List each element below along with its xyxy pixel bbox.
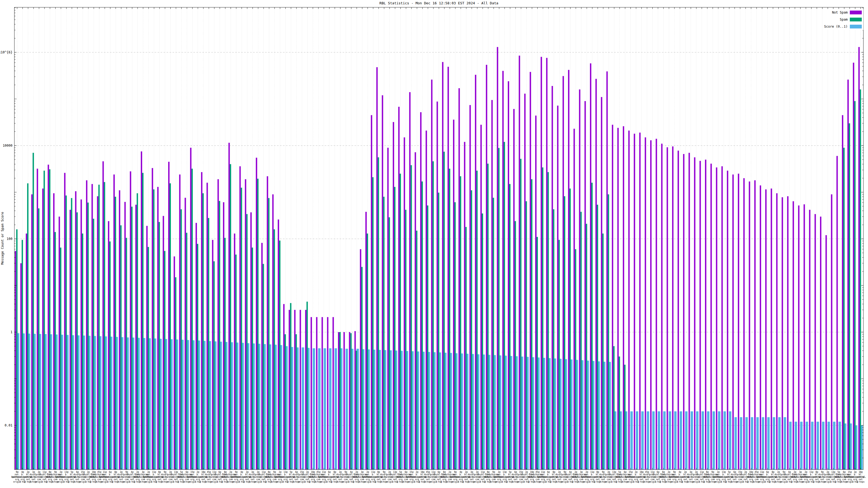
bar-spam [148, 247, 149, 469]
bar-score [691, 411, 693, 469]
x-tick-label: org [503, 478, 507, 481]
x-tick-label: net [464, 478, 468, 481]
bar-not-spam [130, 171, 131, 469]
x-tick-label: org [180, 478, 184, 481]
x-tick-label: 6@ [734, 471, 736, 474]
bar-spam [356, 351, 357, 469]
x-tick-label: zen. [190, 474, 195, 476]
bar-not-spam [705, 160, 706, 469]
x-tick-label: 2@ [668, 471, 670, 474]
x-tick-label: net [815, 478, 819, 481]
bar-spam [169, 183, 171, 469]
x-tick-label: b. [547, 474, 550, 476]
x-tick-label: org [705, 478, 709, 481]
bar-spam [27, 183, 29, 469]
bar-score [734, 417, 737, 469]
bar-spam [624, 365, 625, 469]
x-tick-label: 13@ [65, 471, 69, 474]
x-tick-label: 45@ [207, 471, 211, 474]
bar-spam [93, 219, 94, 469]
x-tick-label: org [65, 478, 69, 481]
x-tick-label: com [826, 478, 830, 481]
x-tick-label: 11@ [262, 471, 266, 474]
x-tick-label: zen. [102, 474, 107, 476]
bar-spam [487, 164, 489, 469]
x-tick-label: com [404, 478, 408, 481]
bar-not-spam [81, 199, 82, 469]
x-tick-label: 2@ [147, 471, 150, 474]
x-tick-label: 2@ [415, 471, 418, 474]
x-tick-label: net [382, 478, 386, 481]
x-tick-label: net [70, 478, 74, 481]
bar-not-spam [195, 223, 197, 469]
bar-not-spam [354, 331, 356, 469]
bar-spam [602, 233, 603, 469]
bar-not-spam [809, 210, 810, 469]
x-tick-label: 8@ [158, 471, 161, 474]
x-tick-label: 2@ [585, 471, 588, 474]
x-tick-label: 0@ [772, 471, 774, 474]
bar-spam [427, 205, 428, 469]
bar-spam [22, 240, 23, 469]
x-tick-label: com [344, 478, 348, 481]
x-tick-label: 2@ [448, 471, 452, 474]
x-tick-label: 13@ [174, 471, 178, 474]
bar-spam [104, 182, 105, 469]
bar-not-spam [37, 169, 38, 469]
x-tick-label: net [163, 478, 167, 481]
x-tick-label: org [673, 478, 677, 481]
x-tick-label: net [42, 478, 46, 481]
bar-spam [860, 90, 861, 469]
bar-spam [191, 169, 193, 469]
bar-spam [613, 346, 615, 469]
x-tick-label: 15@ [738, 471, 742, 474]
bar-not-spam [294, 310, 296, 469]
x-tick-label: org [590, 478, 594, 481]
x-tick-label: org [541, 478, 545, 481]
x-tick-label: com [256, 478, 260, 481]
x-tick-label: 11@ [212, 471, 216, 474]
x-tick-label: net [174, 478, 178, 481]
x-tick-label: 2@ [777, 471, 780, 474]
bar-spam [849, 123, 850, 469]
x-tick-label: b. [591, 474, 594, 476]
bar-not-spam [798, 205, 799, 469]
bar-not-spam [453, 120, 454, 469]
bar-score [313, 348, 315, 469]
x-tick-label: 2@ [197, 471, 199, 474]
bar-spam [405, 210, 406, 469]
bar-spam [76, 212, 78, 469]
rbl-statistics-chart: 1x10^{6}1000010010.019@zen.spamhaus.orgo… [0, 0, 868, 488]
bar-not-spam [738, 174, 739, 469]
bar-not-spam [853, 63, 854, 469]
x-tick-label: org [760, 478, 764, 481]
x-tick-label: 0@ [662, 471, 665, 474]
x-tick-label: org [415, 478, 419, 481]
x-tick-label: 2@ [854, 471, 857, 474]
x-tick-label: 8@ [49, 471, 51, 474]
x-tick-label: net [557, 478, 561, 481]
x-tick-label: 6@ [295, 471, 298, 474]
bar-score [674, 411, 677, 469]
x-tick-label: com [667, 478, 671, 481]
bar-score [723, 411, 726, 469]
bar-not-spam [793, 201, 794, 469]
x-tick-label: 3@ [32, 471, 35, 474]
x-tick-label: zen. [803, 474, 808, 476]
x-tick-label: 13@ [393, 471, 397, 474]
bar-spam [290, 303, 291, 469]
bar-not-spam [765, 190, 767, 469]
bar-not-spam [700, 161, 701, 469]
bar-not-spam [508, 82, 509, 469]
bar-spam [608, 194, 609, 469]
x-tick-label: 8@ [596, 471, 599, 474]
x-tick-label: 2@ [246, 471, 248, 474]
x-tick-label: com [799, 478, 803, 481]
x-tick-label: 8@ [816, 471, 818, 474]
x-tick-label: com [273, 478, 277, 481]
bar-spam [137, 193, 138, 469]
x-tick-label: 6@ [624, 471, 627, 474]
bar-spam [203, 193, 204, 469]
bar-not-spam [135, 205, 137, 469]
x-tick-label: 13@ [283, 471, 287, 474]
